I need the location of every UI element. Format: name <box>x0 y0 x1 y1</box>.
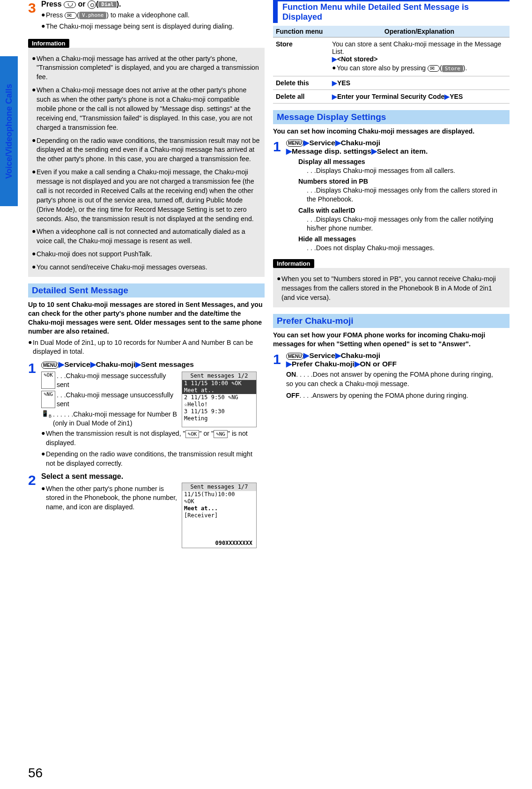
screen-row: ☆Hello! <box>182 401 256 408</box>
step-number-1: 1 <box>273 139 286 253</box>
menu-key-icon: MENU <box>286 353 303 360</box>
path-chaku: Chaku-moji <box>96 360 135 368</box>
opt-label: Hide all messages <box>298 235 356 243</box>
delete-all-a: Enter your Terminal Security Code <box>337 93 444 100</box>
step-number-1: 1 <box>28 360 41 468</box>
mail-key-icon <box>65 12 77 19</box>
note1a: When the transmission result is not disp… <box>46 430 185 437</box>
sent-messages-list-screenshot: Sent messages 1/2 1 11/15 10:00 ✎OK Meet… <box>182 372 257 427</box>
menu-key-icon: MENU <box>286 140 303 147</box>
info-item: When a Chaku-moji message has arrived at… <box>37 54 261 82</box>
screen-phone-number: 090XXXXXXXX <box>214 540 254 547</box>
store-l3a: You can store also by pressing <box>337 64 428 72</box>
opt-desc: . . .Does not display Chaku-moji message… <box>307 244 502 253</box>
delete-this-val: YES <box>337 79 350 87</box>
screen-row: Meet at... <box>182 505 256 512</box>
screen-row: 2 11/15 9:50 ✎NG <box>182 394 256 401</box>
opt-desc: . . .Displays Chaku-moji messages only f… <box>307 186 502 204</box>
info-item: You cannot send/receive Chaku-moji messa… <box>37 263 261 272</box>
prefer-intro: You can set how your FOMA phone works fo… <box>273 331 510 349</box>
menu-key-icon: MENU <box>41 362 59 369</box>
screen-row: ✎OK <box>182 498 256 505</box>
opt-label: Display all messages <box>298 158 365 165</box>
store-l1: You can store a sent Chaku-moji message … <box>332 40 507 55</box>
info-item: When you set to "Numbers stored in PB", … <box>281 275 506 303</box>
step3-title-d: ). <box>117 0 121 8</box>
path-sent: Sent messages <box>141 360 194 368</box>
table-row: Store You can store a sent Chaku-moji me… <box>273 37 510 76</box>
ng-desc: . . .Chaku-moji message unsuccessfully s… <box>57 391 177 408</box>
sent-message-detail-screenshot: Sent messages 1/7 11/15(Thu)10:00 ✎OK Me… <box>182 483 257 548</box>
path-prefer: Prefer Chaku-moji <box>292 360 355 368</box>
store-l2: <Not stored> <box>337 55 377 63</box>
off-desc: . . . .Answers by opening the FOMA phone… <box>299 392 468 399</box>
mail-key-icon <box>428 65 440 72</box>
number-b-icon: 📱B <box>41 410 52 427</box>
opt-label: Numbers stored in PB <box>298 178 368 185</box>
round-key-icon <box>88 0 96 9</box>
opt-desc: . . .Displays Chaku-moji messages only f… <box>307 215 502 233</box>
table-row: Delete this ▶YES <box>273 76 510 89</box>
delete-all-name: Delete all <box>273 89 329 103</box>
info-item: When a videophone call is not connected … <box>37 227 261 246</box>
information-box: ●When a Chaku-moji message has arrived a… <box>28 48 265 277</box>
vphone-softkey: V.phone <box>79 12 106 19</box>
section-tab: Voice/Videophone Calls <box>0 56 18 206</box>
page-number: 56 <box>28 766 43 781</box>
screen-row: 11/15(Thu)10:00 <box>182 491 256 498</box>
info-item: When a Chaku-moji message does not arriv… <box>37 86 261 132</box>
function-menu-table: Function menu Operation/Explanation Stor… <box>273 26 510 104</box>
left-column: 3 Press or (Dial). ●Press (V.phone) to m… <box>28 0 265 548</box>
screen-row: 3 11/15 9:30 <box>182 408 256 415</box>
info-item: Depending on the radio wave conditions, … <box>37 136 261 164</box>
step-number-2: 2 <box>28 472 41 548</box>
ng-icon: ✎NG <box>41 391 55 408</box>
detailed-dual-note: In Dual Mode of 2in1, up to 10 records f… <box>33 338 265 357</box>
screen-row: Meet at.. <box>182 387 256 394</box>
detailed-intro: Up to 10 sent Chaku-moji messages are st… <box>28 300 265 336</box>
path-service: Service <box>309 139 335 147</box>
call-key-icon <box>64 1 76 8</box>
fmenu-th1: Function menu <box>273 26 329 37</box>
step3-b1c: ) to make a videophone call. <box>106 11 189 19</box>
store-name: Store <box>273 37 329 76</box>
step2-b1: When the other party's phone number is s… <box>46 484 177 513</box>
step3-title-b: or <box>76 0 88 8</box>
on-desc: . . . . .Does not answer by opening the … <box>286 371 493 387</box>
path-msgdisp: Message disp. settings <box>292 147 371 155</box>
info-item: Even if you make a call sending a Chaku-… <box>37 168 261 223</box>
right-column: Function Menu while Detailed Sent Messag… <box>273 0 510 548</box>
msgdisp-intro: You can set how incoming Chaku-moji mess… <box>273 127 510 136</box>
screen-row: 1 11/15 10:00 ✎OK <box>182 380 256 387</box>
step3-b2: The Chaku-moji message being sent is dis… <box>46 22 257 31</box>
store-softkey: Store <box>442 65 463 72</box>
ok-icon: ✎OK <box>41 372 55 389</box>
step2-title: Select a sent message. <box>41 472 257 481</box>
fmenu-th2: Operation/Explanation <box>329 26 510 37</box>
function-menu-heading: Function Menu while Detailed Sent Messag… <box>273 0 510 23</box>
ng-icon-inline: ✎NG <box>214 430 228 438</box>
information-heading: Information <box>273 259 314 268</box>
store-l3c: ). <box>463 64 467 72</box>
ok-desc: . . .Chaku-moji message successfully sen… <box>57 372 177 389</box>
detailed-sent-message-heading: Detailed Sent Message <box>28 283 265 298</box>
opt-label: Calls with callerID <box>298 207 355 214</box>
step3-title-a: Press <box>41 0 64 8</box>
screen-title: Sent messages 1/7 <box>182 483 256 491</box>
screen-title: Sent messages 1/2 <box>182 372 256 380</box>
step3-b1a: Press <box>46 11 65 19</box>
path-chaku: Chaku-moji <box>341 351 380 359</box>
b-desc: . . . . . .Chaku-moji message for Number… <box>53 410 177 427</box>
note2: Depending on the radio wave conditions, … <box>46 450 257 469</box>
message-display-settings-heading: Message Display Settings <box>273 110 510 124</box>
delete-this-name: Delete this <box>273 76 329 89</box>
step-number-3: 3 <box>28 0 41 31</box>
step-number-1: 1 <box>273 351 286 400</box>
screen-row: [Receiver] <box>182 512 256 519</box>
path-service: Service <box>309 351 335 359</box>
path-chaku: Chaku-moji <box>341 139 380 147</box>
delete-all-b: YES <box>450 93 463 100</box>
path-select-item: Select an item. <box>377 147 428 155</box>
opt-desc: . . .Displays Chaku-moji messages from a… <box>307 166 502 175</box>
information-box: ●When you set to "Numbers stored in PB",… <box>273 268 510 307</box>
